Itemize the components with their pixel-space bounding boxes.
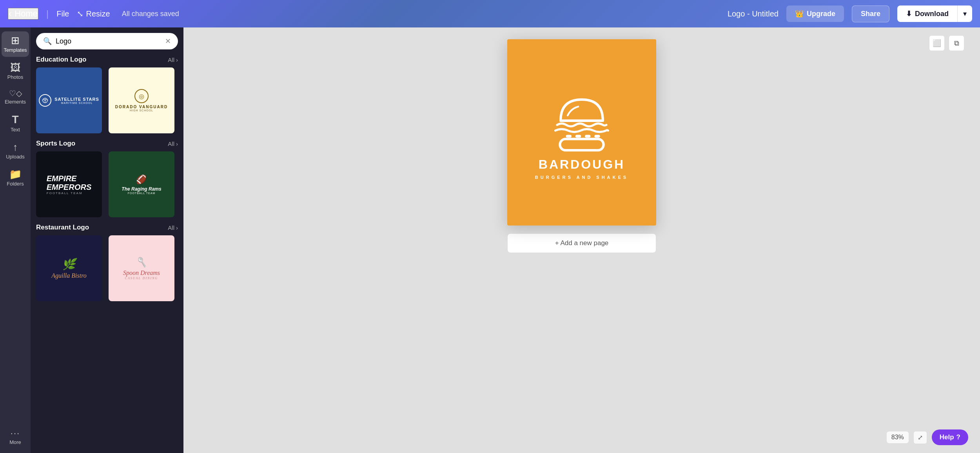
question-icon: ? bbox=[956, 433, 960, 441]
sports-logo-all-button[interactable]: All › bbox=[168, 140, 178, 147]
download-group: ⬇ Download ▾ bbox=[897, 5, 972, 22]
education-logo-section-header: Education Logo All › bbox=[36, 56, 178, 64]
chevron-down-icon: ▾ bbox=[963, 10, 967, 18]
burger-logo: BARDOUGH BURGERS AND SHAKES bbox=[535, 86, 628, 180]
canvas-toolbar: ⬜ ⧉ bbox=[929, 35, 964, 51]
template-card-edu1[interactable]: SATELLITE STARS MARITIME SCHOOL bbox=[36, 67, 102, 133]
svg-rect-5 bbox=[594, 135, 600, 137]
chevron-left-icon: ‹ bbox=[9, 9, 11, 19]
main-layout: ⊞ Templates 🖼 Photos ♡◇ Elements T Text … bbox=[0, 27, 980, 453]
sports-logo-section-header: Sports Logo All › bbox=[36, 140, 178, 147]
home-label: Home bbox=[15, 9, 38, 19]
templates-icon: ⊞ bbox=[11, 35, 20, 45]
photos-label: Photos bbox=[7, 74, 23, 80]
uploads-icon: ↑ bbox=[13, 142, 18, 152]
satellite-circle-icon bbox=[39, 94, 51, 107]
svg-rect-4 bbox=[585, 135, 590, 137]
brand-subtitle: BURGERS AND SHAKES bbox=[535, 175, 628, 180]
leaf-icon: 🌿 bbox=[51, 258, 87, 271]
folders-label: Folders bbox=[7, 181, 24, 187]
download-button[interactable]: ⬇ Download bbox=[897, 5, 957, 22]
templates-label: Templates bbox=[4, 47, 27, 53]
design-canvas[interactable]: BARDOUGH BURGERS AND SHAKES bbox=[507, 39, 656, 226]
template-card-edu2[interactable]: ◎ DORADO VANGUARD HIGH SCHOOL bbox=[109, 67, 174, 133]
more-icon: ··· bbox=[11, 429, 20, 438]
education-logo-grid: SATELLITE STARS MARITIME SCHOOL ◎ DORADO… bbox=[36, 67, 178, 133]
download-icon: ⬇ bbox=[906, 9, 912, 18]
sidebar-item-folders[interactable]: 📁 Folders bbox=[2, 165, 29, 191]
football-icon: 🏈 bbox=[122, 175, 161, 185]
home-button[interactable]: ‹ Home bbox=[8, 8, 38, 20]
template-card-rest1[interactable]: 🌿 Aguilla Bistro bbox=[36, 235, 102, 301]
chevron-right-icon: › bbox=[176, 56, 178, 63]
resize-icon: ⤡ bbox=[77, 9, 83, 18]
education-logo-all-button[interactable]: All › bbox=[168, 56, 178, 63]
satellite-stars-text: SATELLITE STARS MARITIME SCHOOL bbox=[54, 97, 99, 104]
restaurant-logo-title: Restaurant Logo bbox=[36, 224, 89, 231]
upgrade-label: Upgrade bbox=[807, 10, 835, 18]
crown-icon: 👑 bbox=[795, 9, 804, 18]
restaurant-logo-grid: 🌿 Aguilla Bistro 🥄 Spoon Dreams CASUAL D… bbox=[36, 235, 178, 301]
copy-tool-button[interactable]: ⧉ bbox=[949, 35, 964, 51]
download-dropdown-button[interactable]: ▾ bbox=[957, 5, 972, 22]
chevron-right-icon: › bbox=[176, 140, 178, 147]
sidebar-item-uploads[interactable]: ↑ Uploads bbox=[2, 138, 29, 164]
help-label: Help bbox=[940, 433, 954, 441]
download-label: Download bbox=[915, 10, 949, 18]
elements-icon: ♡◇ bbox=[9, 89, 22, 97]
dorado-circle-icon: ◎ bbox=[134, 89, 149, 103]
clear-search-button[interactable]: ✕ bbox=[165, 37, 171, 45]
share-label: Share bbox=[861, 10, 880, 18]
sidebar-item-elements[interactable]: ♡◇ Elements bbox=[2, 86, 29, 109]
add-page-button[interactable]: + Add a new page bbox=[507, 233, 656, 253]
svg-rect-6 bbox=[560, 139, 603, 150]
search-icon: 🔍 bbox=[43, 37, 52, 45]
search-bar: 🔍 ✕ bbox=[36, 33, 178, 49]
chevron-right-icon: › bbox=[176, 224, 178, 231]
top-navigation: ‹ Home | File ⤡ Resize All changes saved… bbox=[0, 0, 980, 27]
resize-label: Resize bbox=[86, 9, 110, 18]
uploads-label: Uploads bbox=[6, 154, 25, 160]
sidebar-item-text[interactable]: T Text bbox=[2, 110, 29, 136]
photos-icon: 🖼 bbox=[10, 62, 20, 73]
sidebar-item-photos[interactable]: 🖼 Photos bbox=[2, 58, 29, 84]
brand-name: BARDOUGH bbox=[539, 157, 625, 172]
expand-icon: ⤢ bbox=[918, 434, 923, 441]
text-label: Text bbox=[11, 127, 20, 133]
share-button[interactable]: Share bbox=[852, 5, 889, 22]
sidebar-item-more[interactable]: ··· More bbox=[2, 425, 29, 449]
frame-tool-button[interactable]: ⬜ bbox=[929, 35, 945, 51]
template-card-sports1[interactable]: EMPIREEMPERORS FOOTBALL TEAM bbox=[36, 151, 102, 217]
folders-icon: 📁 bbox=[9, 169, 22, 179]
restaurant-logo-all-button[interactable]: All › bbox=[168, 224, 178, 231]
templates-panel: 🔍 ✕ Education Logo All › bbox=[31, 27, 183, 453]
fullscreen-button[interactable]: ⤢ bbox=[913, 431, 927, 444]
search-input[interactable] bbox=[56, 37, 161, 45]
resize-button[interactable]: ⤡ Resize bbox=[77, 9, 110, 18]
aguilla-bistro-text: 🌿 Aguilla Bistro bbox=[51, 258, 87, 279]
template-card-sports2[interactable]: 🏈 The Raging Rams FOOTBALL TEAM bbox=[109, 151, 174, 217]
sidebar-item-templates[interactable]: ⊞ Templates bbox=[2, 31, 29, 57]
canvas-area: ⬜ ⧉ bbox=[183, 27, 980, 453]
zoom-level-display: 83% bbox=[887, 431, 909, 443]
template-card-rest2[interactable]: 🥄 Spoon Dreams CASUAL DINING bbox=[109, 235, 174, 301]
elements-label: Elements bbox=[5, 99, 26, 105]
burger-svg-icon bbox=[546, 86, 617, 154]
left-sidebar: ⊞ Templates 🖼 Photos ♡◇ Elements T Text … bbox=[0, 27, 31, 453]
svg-rect-2 bbox=[566, 135, 572, 137]
more-label: More bbox=[9, 439, 21, 445]
spoon-icon: 🥄 bbox=[123, 257, 160, 268]
help-button[interactable]: Help ? bbox=[932, 429, 968, 445]
sports-logo-title: Sports Logo bbox=[36, 140, 75, 147]
text-icon: T bbox=[12, 114, 18, 125]
education-logo-title: Education Logo bbox=[36, 56, 86, 64]
restaurant-logo-section-header: Restaurant Logo All › bbox=[36, 224, 178, 231]
file-menu-button[interactable]: File bbox=[56, 9, 69, 18]
bottom-controls: 83% ⤢ Help ? bbox=[887, 429, 968, 445]
upgrade-button[interactable]: 👑 Upgrade bbox=[786, 5, 844, 22]
frame-icon: ⬜ bbox=[933, 39, 941, 47]
document-title: Logo - Untitled bbox=[728, 9, 779, 18]
nav-divider: | bbox=[46, 8, 49, 19]
sports-logo-grid: EMPIREEMPERORS FOOTBALL TEAM 🏈 The Ragin… bbox=[36, 151, 178, 217]
file-label: File bbox=[56, 9, 69, 18]
